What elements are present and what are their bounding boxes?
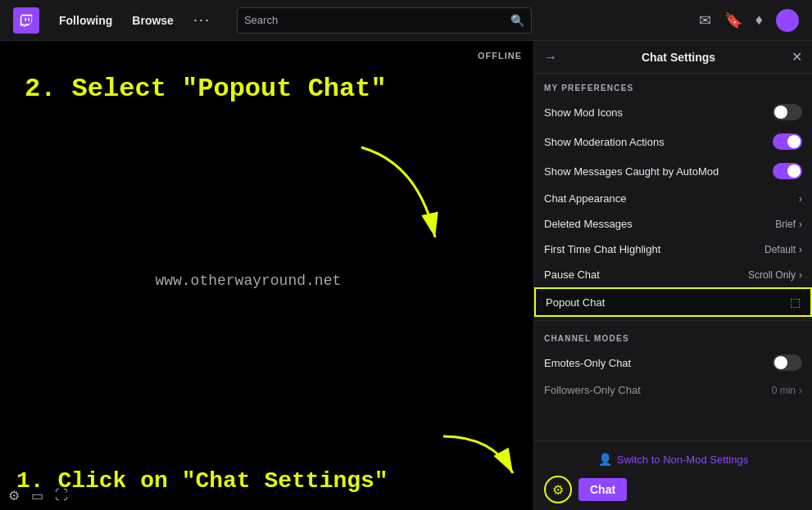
show-moderation-actions-label: Show Moderation Actions bbox=[544, 136, 773, 148]
video-area: OFFLINE 2. Select "Popout Chat" www.othe… bbox=[0, 41, 533, 510]
chat-bottom: 👤 Switch to Non-Mod Settings ⚙ Chat bbox=[534, 440, 812, 510]
my-preferences-label: MY PREFERENCES bbox=[534, 74, 812, 97]
chat-sidebar: → Chat Settings ✕ MY PREFERENCES Show Mo… bbox=[533, 41, 812, 510]
arrow-2-svg bbox=[435, 428, 525, 494]
pause-chat-value: Scroll Only bbox=[748, 269, 796, 281]
first-time-chat-label: First Time Chat Highlight bbox=[544, 243, 764, 255]
video-player: OFFLINE 2. Select "Popout Chat" www.othe… bbox=[0, 41, 533, 510]
chevron-right-icon-4: › bbox=[799, 269, 802, 281]
switch-nonmod-label: Switch to Non-Mod Settings bbox=[617, 454, 748, 466]
notifications-icon[interactable]: 🔖 bbox=[724, 11, 742, 29]
person-icon: 👤 bbox=[598, 453, 612, 466]
followers-only-label: Followers-Only Chat bbox=[544, 384, 772, 396]
close-icon[interactable]: ✕ bbox=[792, 49, 802, 65]
chat-gear-button[interactable]: ⚙ bbox=[544, 476, 572, 503]
show-mod-icons-row[interactable]: Show Mod Icons bbox=[534, 97, 812, 127]
show-moderation-actions-row[interactable]: Show Moderation Actions bbox=[534, 127, 812, 156]
mail-icon[interactable]: ✉ bbox=[699, 11, 711, 29]
pause-chat-row[interactable]: Pause Chat Scroll Only › bbox=[534, 262, 812, 287]
chevron-right-icon-5: › bbox=[799, 385, 802, 396]
offline-badge: OFFLINE bbox=[478, 51, 522, 61]
chevron-right-icon-3: › bbox=[799, 244, 802, 255]
topnav: Following Browse ··· 🔍 ✉ 🔖 ♦ bbox=[0, 0, 812, 41]
show-automod-label: Show Messages Caught by AutoMod bbox=[544, 165, 773, 178]
show-moderation-actions-toggle[interactable] bbox=[773, 133, 802, 150]
first-time-chat-value: Default bbox=[764, 244, 796, 255]
logo[interactable] bbox=[13, 7, 39, 34]
emotes-only-row[interactable]: Emotes-Only Chat bbox=[534, 348, 812, 377]
first-time-chat-row[interactable]: First Time Chat Highlight Default › bbox=[534, 237, 812, 262]
show-mod-icons-label: Show Mod Icons bbox=[544, 106, 773, 119]
instruction-text-2: 1. Click on "Chat Settings" bbox=[16, 468, 388, 494]
external-link-icon: ⬚ bbox=[790, 296, 801, 309]
deleted-messages-row[interactable]: Deleted Messages Brief › bbox=[534, 211, 812, 237]
avatar[interactable] bbox=[776, 9, 799, 32]
chat-header: → Chat Settings ✕ bbox=[534, 41, 812, 74]
show-automod-row[interactable]: Show Messages Caught by AutoMod bbox=[534, 156, 812, 186]
deleted-messages-value: Brief bbox=[775, 219, 796, 230]
popout-direction-icon[interactable]: → bbox=[544, 50, 557, 65]
chat-appearance-label: Chat Appearance bbox=[544, 192, 799, 205]
following-link[interactable]: Following bbox=[52, 14, 119, 27]
search-icon: 🔍 bbox=[510, 14, 524, 27]
channel-modes-label: CHANNEL MODES bbox=[534, 324, 812, 348]
more-menu[interactable]: ··· bbox=[187, 11, 217, 29]
chat-settings-title: Chat Settings bbox=[565, 51, 792, 64]
chevron-right-icon-2: › bbox=[799, 219, 802, 230]
chevron-right-icon: › bbox=[799, 193, 802, 205]
pause-chat-label: Pause Chat bbox=[544, 269, 748, 281]
settings-section: MY PREFERENCES Show Mod Icons Show Moder… bbox=[534, 74, 812, 440]
show-automod-toggle[interactable] bbox=[773, 163, 802, 179]
show-mod-icons-toggle[interactable] bbox=[773, 104, 802, 120]
emotes-only-label: Emotes-Only Chat bbox=[544, 357, 773, 369]
main-area: OFFLINE 2. Select "Popout Chat" www.othe… bbox=[0, 41, 812, 510]
search-bar[interactable]: 🔍 bbox=[237, 7, 532, 34]
chat-input-row: ⚙ Chat bbox=[544, 476, 802, 503]
arrow-1-svg bbox=[353, 139, 451, 254]
chat-appearance-row[interactable]: Chat Appearance › bbox=[534, 186, 812, 211]
switch-nonmod-btn[interactable]: 👤 Switch to Non-Mod Settings bbox=[544, 448, 802, 471]
website-text: www.otherwayround.net bbox=[155, 273, 341, 289]
popout-chat-row[interactable]: Popout Chat ⬚ bbox=[534, 287, 812, 317]
search-input[interactable] bbox=[244, 14, 510, 26]
instruction-text-1: 2. Select "Popout Chat" bbox=[25, 74, 387, 104]
followers-only-value: 0 min bbox=[772, 385, 796, 396]
deleted-messages-label: Deleted Messages bbox=[544, 218, 775, 230]
popout-chat-label: Popout Chat bbox=[546, 296, 790, 309]
emotes-only-toggle[interactable] bbox=[773, 354, 802, 371]
chat-send-button[interactable]: Chat bbox=[578, 478, 627, 501]
browse-link[interactable]: Browse bbox=[125, 14, 180, 27]
divider bbox=[534, 320, 812, 321]
followers-only-row[interactable]: Followers-Only Chat 0 min › bbox=[534, 377, 812, 403]
nav-right: ✉ 🔖 ♦ bbox=[699, 9, 799, 32]
crown-icon[interactable]: ♦ bbox=[755, 11, 763, 29]
